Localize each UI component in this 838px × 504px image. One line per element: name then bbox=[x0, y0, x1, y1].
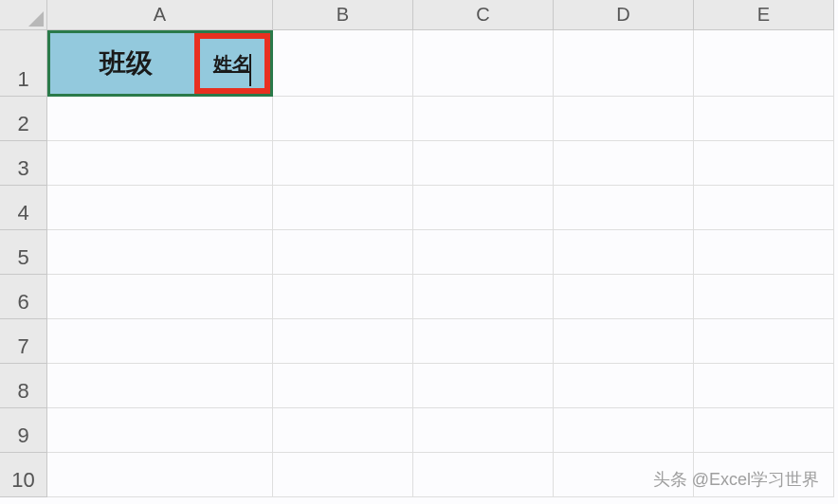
text-cursor bbox=[249, 54, 251, 86]
cell-a10[interactable] bbox=[47, 453, 273, 497]
cell-c7[interactable] bbox=[413, 319, 554, 364]
cell-a1-right-text: 姓名 bbox=[213, 51, 251, 77]
select-all-corner[interactable] bbox=[0, 0, 47, 30]
cell-b5[interactable] bbox=[273, 230, 413, 275]
cell-e5[interactable] bbox=[694, 230, 834, 275]
cell-d1[interactable] bbox=[554, 30, 694, 97]
cell-a2[interactable] bbox=[47, 97, 273, 141]
cell-d5[interactable] bbox=[554, 230, 694, 275]
cell-a8[interactable] bbox=[47, 364, 273, 408]
select-all-icon bbox=[28, 11, 44, 27]
cell-e2[interactable] bbox=[694, 97, 834, 141]
row-header-9[interactable]: 9 bbox=[0, 408, 47, 453]
cell-a4[interactable] bbox=[47, 186, 273, 230]
col-header-d[interactable]: D bbox=[554, 0, 694, 30]
cell-e7[interactable] bbox=[694, 319, 834, 364]
cell-a1-selected[interactable]: 班级 姓名 bbox=[47, 30, 273, 97]
cell-a7[interactable] bbox=[47, 319, 273, 364]
col-header-e[interactable]: E bbox=[694, 0, 834, 30]
cell-e9[interactable] bbox=[694, 408, 834, 453]
row-header-6[interactable]: 6 bbox=[0, 275, 47, 319]
cell-b7[interactable] bbox=[273, 319, 413, 364]
cell-b8[interactable] bbox=[273, 364, 413, 408]
cell-a3[interactable] bbox=[47, 141, 273, 186]
cell-b10[interactable] bbox=[273, 453, 413, 497]
cell-e8[interactable] bbox=[694, 364, 834, 408]
cell-d7[interactable] bbox=[554, 319, 694, 364]
row-header-7[interactable]: 7 bbox=[0, 319, 47, 364]
cell-b1[interactable] bbox=[273, 30, 413, 97]
row-header-3[interactable]: 3 bbox=[0, 141, 47, 186]
col-header-a[interactable]: A bbox=[47, 0, 273, 30]
cell-c2[interactable] bbox=[413, 97, 554, 141]
row-header-5[interactable]: 5 bbox=[0, 230, 47, 275]
row-header-2[interactable]: 2 bbox=[0, 97, 47, 141]
row-header-10[interactable]: 10 bbox=[0, 453, 47, 497]
cell-a5[interactable] bbox=[47, 230, 273, 275]
cell-e3[interactable] bbox=[694, 141, 834, 186]
cell-c4[interactable] bbox=[413, 186, 554, 230]
cell-e1[interactable] bbox=[694, 30, 834, 97]
cell-d3[interactable] bbox=[554, 141, 694, 186]
cell-c1[interactable] bbox=[413, 30, 554, 97]
cell-c5[interactable] bbox=[413, 230, 554, 275]
cell-e6[interactable] bbox=[694, 275, 834, 319]
cell-e4[interactable] bbox=[694, 186, 834, 230]
cell-d8[interactable] bbox=[554, 364, 694, 408]
col-header-c[interactable]: C bbox=[413, 0, 554, 30]
cell-d2[interactable] bbox=[554, 97, 694, 141]
cell-c10[interactable] bbox=[413, 453, 554, 497]
cell-c6[interactable] bbox=[413, 275, 554, 319]
row-header-4[interactable]: 4 bbox=[0, 186, 47, 230]
cell-b4[interactable] bbox=[273, 186, 413, 230]
cell-c8[interactable] bbox=[413, 364, 554, 408]
cell-a6[interactable] bbox=[47, 275, 273, 319]
svg-marker-0 bbox=[28, 11, 44, 27]
cell-a9[interactable] bbox=[47, 408, 273, 453]
cell-a1-left-text: 班级 bbox=[50, 45, 194, 81]
cell-c9[interactable] bbox=[413, 408, 554, 453]
cell-d6[interactable] bbox=[554, 275, 694, 319]
cell-d9[interactable] bbox=[554, 408, 694, 453]
spreadsheet-grid: A B C D E 1 班级 姓名 2 3 4 5 6 7 8 bbox=[0, 0, 838, 497]
cell-b2[interactable] bbox=[273, 97, 413, 141]
cell-b6[interactable] bbox=[273, 275, 413, 319]
watermark-text: 头条 @Excel学习世界 bbox=[653, 468, 819, 491]
cell-b3[interactable] bbox=[273, 141, 413, 186]
col-header-b[interactable]: B bbox=[273, 0, 413, 30]
row-header-8[interactable]: 8 bbox=[0, 364, 47, 408]
cell-c3[interactable] bbox=[413, 141, 554, 186]
cell-d4[interactable] bbox=[554, 186, 694, 230]
cell-a1-highlight-box: 姓名 bbox=[194, 33, 270, 94]
cell-b9[interactable] bbox=[273, 408, 413, 453]
row-header-1[interactable]: 1 bbox=[0, 30, 47, 97]
